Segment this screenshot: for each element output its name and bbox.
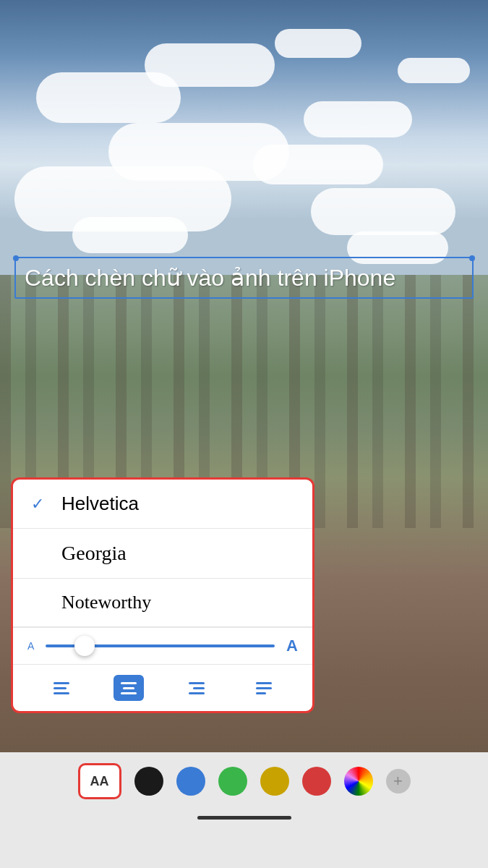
cloud-2 [275,29,361,58]
add-button[interactable]: + [386,769,411,793]
cloud-5 [398,58,470,83]
checkmark-icon: ✓ [31,495,47,514]
sky-background [0,0,488,275]
overlay-text: Cách chèn chữ vào ảnh trên iPhone [25,265,395,291]
align-justify-icon [256,682,272,694]
color-black[interactable] [134,767,163,796]
selection-dot-tl [13,255,19,261]
selection-dot-tr [469,255,475,261]
align-center-icon [121,682,137,694]
align-right-button[interactable] [181,675,212,701]
size-large-label: A [286,637,298,655]
bottom-toolbar: AA + [0,752,488,868]
color-blue[interactable] [176,767,205,796]
cloud-10 [72,217,188,253]
font-option-georgia[interactable]: ✓ Georgia [13,529,312,579]
font-option-helvetica[interactable]: ✓ Helvetica [13,480,312,529]
font-picker-panel: ✓ Helvetica ✓ Georgia ✓ Noteworthy A A [11,477,314,713]
cloud-7 [253,145,383,184]
font-label-georgia: Georgia [61,542,127,565]
align-right-icon [189,682,205,694]
size-slider[interactable] [46,644,275,647]
size-slider-row: A A [13,627,312,664]
color-yellow[interactable] [260,767,289,796]
align-left-button[interactable] [46,675,77,701]
color-picker[interactable] [344,767,373,796]
size-small-label: A [27,640,34,652]
home-indicator [197,816,291,820]
aa-label: AA [90,774,109,789]
color-toolbar: AA + [0,752,488,810]
aa-button[interactable]: AA [78,763,121,799]
align-left-icon [53,682,69,694]
text-selection-box[interactable]: Cách chèn chữ vào ảnh trên iPhone [14,257,474,299]
text-overlay-container: Cách chèn chữ vào ảnh trên iPhone [14,257,474,299]
cloud-3 [36,72,181,123]
font-option-noteworthy[interactable]: ✓ Noteworthy [13,579,312,627]
cloud-9 [311,188,455,235]
align-center-button[interactable] [114,675,144,701]
add-icon: + [393,773,403,789]
color-red[interactable] [302,767,331,796]
font-label-helvetica: Helvetica [61,493,139,515]
slider-thumb [74,636,95,656]
cloud-4 [304,101,412,137]
alignment-row [13,664,312,711]
font-label-noteworthy: Noteworthy [61,592,151,613]
color-green[interactable] [218,767,247,796]
align-justify-button[interactable] [249,675,279,701]
